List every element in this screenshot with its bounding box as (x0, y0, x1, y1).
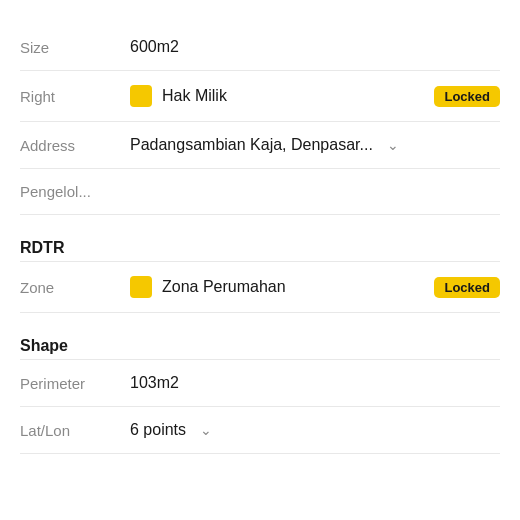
right-row: Right Hak Milik Locked (20, 71, 500, 122)
latlon-row[interactable]: Lat/Lon 6 points ⌄ (20, 407, 500, 454)
address-text: Padangsambian Kaja, Denpasar... (130, 136, 373, 154)
address-row[interactable]: Address Padangsambian Kaja, Denpasar... … (20, 122, 500, 169)
perimeter-value: 103m2 (130, 374, 500, 392)
size-value: 600m2 (130, 38, 500, 56)
zone-text: Zona Perumahan (162, 278, 286, 296)
address-label: Address (20, 137, 130, 154)
rdtr-section-header: RDTR (20, 221, 500, 262)
size-label: Size (20, 39, 130, 56)
zone-value: Zona Perumahan Locked (130, 276, 500, 298)
zone-label: Zone (20, 279, 130, 296)
address-chevron-icon: ⌄ (387, 137, 399, 153)
zone-row: Zone Zona Perumahan Locked (20, 262, 500, 313)
pengelol-label: Pengelol... (20, 183, 130, 200)
right-locked-badge: Locked (434, 86, 500, 107)
latlon-chevron-icon: ⌄ (200, 422, 212, 438)
latlon-label: Lat/Lon (20, 422, 130, 439)
pengelol-row: Pengelol... (20, 169, 500, 215)
zone-locked-badge: Locked (434, 277, 500, 298)
address-value[interactable]: Padangsambian Kaja, Denpasar... ⌄ (130, 136, 500, 154)
right-text: Hak Milik (162, 87, 227, 105)
latlon-value[interactable]: 6 points ⌄ (130, 421, 500, 439)
latlon-text: 6 points (130, 421, 186, 439)
right-label: Right (20, 88, 130, 105)
right-value: Hak Milik Locked (130, 85, 500, 107)
right-swatch (130, 85, 152, 107)
zone-swatch (130, 276, 152, 298)
shape-section-header: Shape (20, 319, 500, 360)
size-row: Size 600m2 (20, 24, 500, 71)
perimeter-label: Perimeter (20, 375, 130, 392)
perimeter-row: Perimeter 103m2 (20, 360, 500, 407)
